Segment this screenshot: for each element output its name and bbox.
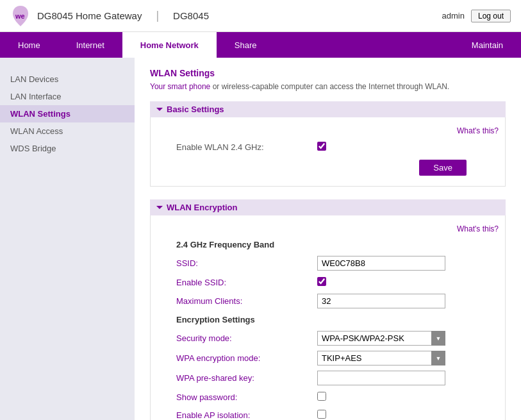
sidebar-item-wlan-access[interactable]: WLAN Access — [0, 122, 135, 140]
smart-phone-link[interactable]: Your smart phone — [150, 82, 210, 91]
security-mode-row: Security mode: WPA-PSK/WPA2-PSK WPA-PSK … — [151, 328, 505, 348]
enable-ap-label: Enable AP isolation: — [176, 410, 317, 420]
sidebar-item-lan-interface[interactable]: LAN Interface — [0, 88, 135, 105]
enable-ap-value — [317, 410, 479, 421]
freq-band-title: 2.4 GHz Frequency Band — [151, 236, 505, 253]
wpa-preshared-input[interactable] — [317, 371, 445, 385]
collapse-encryption-icon — [156, 206, 163, 209]
enable-ssid-row: Enable SSID: — [151, 273, 505, 291]
nav-item-internet[interactable]: Internet — [58, 32, 122, 58]
enable-wlan-checkbox[interactable] — [317, 142, 326, 151]
wpa-encryption-label: WPA encryption mode: — [176, 353, 317, 363]
enable-wlan-row: Enable WLAN 2.4 GHz: — [151, 138, 505, 156]
basic-save-button[interactable]: Save — [419, 160, 467, 176]
wlan-encryption-header: WLAN Encryption — [150, 199, 506, 215]
wpa-preshared-value — [317, 371, 479, 385]
page-description: Your smart phone or wireless-capable com… — [150, 82, 506, 91]
security-mode-value: WPA-PSK/WPA2-PSK WPA-PSK WPA2-PSK None — [317, 331, 479, 346]
nav-item-share[interactable]: Share — [217, 32, 275, 58]
basic-whats-this[interactable]: What's this? — [151, 124, 505, 138]
header-device: DG8045 — [173, 10, 209, 21]
svg-text:we: we — [15, 12, 25, 20]
security-mode-select[interactable]: WPA-PSK/WPA2-PSK WPA-PSK WPA2-PSK None — [317, 331, 445, 346]
encryption-whats-this[interactable]: What's this? — [151, 222, 505, 236]
logout-button[interactable]: Log out — [471, 10, 511, 22]
show-password-label: Show password: — [176, 392, 317, 402]
collapse-icon — [156, 108, 163, 111]
wpa-encryption-select[interactable]: TKIP+AES TKIP AES — [317, 351, 445, 365]
security-mode-select-wrapper: WPA-PSK/WPA2-PSK WPA-PSK WPA2-PSK None — [317, 331, 445, 346]
enable-ssid-label: Enable SSID: — [176, 278, 317, 287]
ssid-row: SSID: — [151, 253, 505, 273]
ssid-label: SSID: — [176, 258, 317, 268]
sidebar: LAN Devices LAN Interface WLAN Settings … — [0, 58, 135, 420]
wpa-encryption-value: TKIP+AES TKIP AES — [317, 351, 479, 365]
max-clients-label: Maximum Clients: — [176, 296, 317, 306]
sidebar-item-lan-devices[interactable]: LAN Devices — [0, 71, 135, 88]
max-clients-value — [317, 294, 479, 308]
ssid-value — [317, 256, 479, 271]
header-title: DG8045 Home Gateway — [37, 10, 142, 21]
enable-ap-row: Enable AP isolation: — [151, 406, 505, 420]
basic-settings-section: Basic Settings What's this? Enable WLAN … — [150, 101, 506, 187]
encryption-settings-title: Encryption Settings — [151, 311, 505, 328]
sidebar-item-wds-bridge[interactable]: WDS Bridge — [0, 140, 135, 157]
nav-item-home[interactable]: Home — [0, 32, 58, 58]
show-password-checkbox[interactable] — [317, 392, 326, 401]
page-desc-text: or wireless-capable computer can access … — [213, 82, 450, 91]
content-area: WLAN Settings Your smart phone or wirele… — [135, 58, 521, 420]
basic-settings-header: Basic Settings — [150, 101, 506, 117]
sidebar-item-wlan-settings[interactable]: WLAN Settings — [0, 105, 135, 122]
basic-save-row: Save — [151, 156, 505, 180]
max-clients-row: Maximum Clients: — [151, 291, 505, 311]
max-clients-input[interactable] — [317, 294, 445, 308]
enable-ap-checkbox[interactable] — [317, 410, 326, 419]
wpa-preshared-row: WPA pre-shared key: — [151, 368, 505, 388]
header-divider: | — [156, 9, 159, 22]
wlan-encryption-section: WLAN Encryption What's this? 2.4 GHz Fre… — [150, 199, 506, 420]
wpa-encryption-row: WPA encryption mode: TKIP+AES TKIP AES — [151, 348, 505, 368]
security-mode-label: Security mode: — [176, 333, 317, 343]
we-logo-icon: we — [10, 4, 31, 28]
enable-ssid-value — [317, 277, 479, 288]
wlan-encryption-body: What's this? 2.4 GHz Frequency Band SSID… — [150, 215, 506, 420]
wlan-encryption-title: WLAN Encryption — [167, 203, 238, 212]
page-title: WLAN Settings — [150, 68, 506, 78]
header-right: admin Log out — [442, 10, 511, 22]
nav-item-home-network[interactable]: Home Network — [122, 32, 217, 58]
show-password-row: Show password: — [151, 388, 505, 406]
enable-wlan-value — [317, 142, 479, 153]
enable-wlan-label: Enable WLAN 2.4 GHz: — [176, 142, 317, 152]
header: we DG8045 Home Gateway | DG8045 admin Lo… — [0, 0, 521, 32]
wpa-encryption-select-wrapper: TKIP+AES TKIP AES — [317, 351, 445, 365]
enable-ssid-checkbox[interactable] — [317, 277, 326, 286]
basic-settings-body: What's this? Enable WLAN 2.4 GHz: Save — [150, 117, 506, 187]
navbar: Home Internet Home Network Share Maintai… — [0, 32, 521, 58]
nav-item-maintain[interactable]: Maintain — [454, 32, 521, 58]
admin-label: admin — [442, 11, 465, 21]
show-password-value — [317, 392, 479, 403]
wpa-preshared-label: WPA pre-shared key: — [176, 373, 317, 383]
ssid-input[interactable] — [317, 256, 445, 271]
logo-area: we DG8045 Home Gateway | DG8045 — [10, 4, 209, 28]
basic-settings-title: Basic Settings — [167, 105, 224, 114]
main-layout: LAN Devices LAN Interface WLAN Settings … — [0, 58, 521, 420]
